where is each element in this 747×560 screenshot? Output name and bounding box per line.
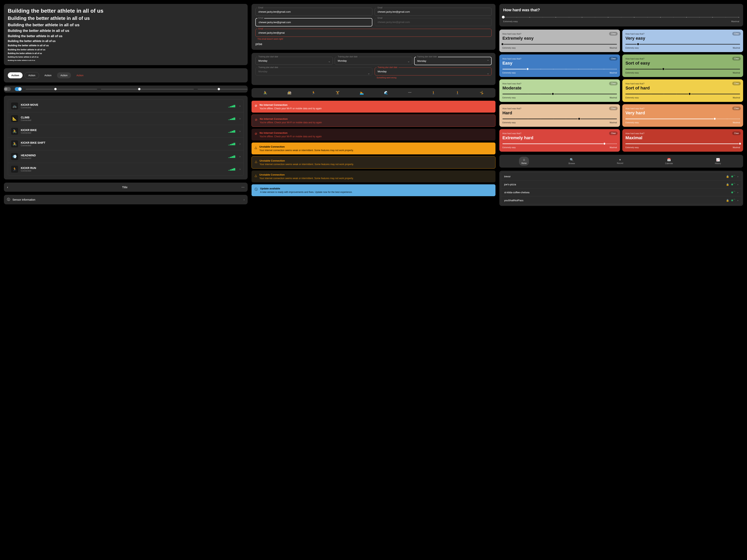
toggle-off[interactable] bbox=[4, 87, 11, 91]
slider-tick bbox=[676, 118, 677, 119]
sensor-info-row[interactable]: ⓘ Sensor information › bbox=[4, 195, 248, 204]
alert-body: Your internet connection seems weak or i… bbox=[259, 177, 354, 180]
device-name: KICKR RUN bbox=[21, 166, 226, 169]
wifi-row[interactable]: youShallNotPass 🔒 ◉⏜ › bbox=[501, 196, 741, 204]
action-button-outline[interactable]: Action bbox=[25, 72, 39, 79]
rpe-slider[interactable] bbox=[503, 69, 617, 70]
action-button-danger[interactable]: Action bbox=[73, 72, 87, 78]
rpe-slider[interactable] bbox=[625, 44, 740, 45]
home-icon: ⌂ bbox=[523, 158, 525, 161]
activity-icon[interactable]: 〰 bbox=[408, 91, 411, 95]
rpe-question: How hard was that? bbox=[625, 107, 740, 110]
slider-thumb[interactable] bbox=[551, 92, 554, 95]
rpe-slider[interactable] bbox=[625, 143, 740, 144]
wifi-name: joe's-pizza bbox=[504, 183, 724, 186]
activity-icon[interactable]: 🚶 bbox=[432, 91, 436, 95]
more-icon[interactable]: ⋯ bbox=[241, 185, 244, 189]
slider-thumb[interactable] bbox=[739, 142, 741, 145]
rpe-slider[interactable] bbox=[503, 118, 617, 119]
rpe-max-label: Maximal bbox=[733, 146, 740, 149]
toggle-on[interactable] bbox=[15, 87, 22, 91]
slider-tick bbox=[528, 94, 529, 94]
plan-select-open[interactable] bbox=[414, 57, 492, 65]
action-button-dark[interactable]: Action bbox=[57, 72, 71, 78]
heading-8: Building the better athlete in all of us bbox=[8, 48, 244, 51]
rpe-slider[interactable] bbox=[503, 143, 617, 144]
slider-thumb[interactable] bbox=[662, 68, 665, 71]
wifi-name: st-kilda-coffee-chelsea bbox=[504, 191, 729, 194]
slider-tick bbox=[553, 44, 553, 45]
tab-browse[interactable]: 🔍 Browse bbox=[566, 157, 577, 166]
wifi-row[interactable]: trevor 🔒 ◉⏜ › bbox=[501, 172, 741, 181]
rpe-slider[interactable] bbox=[625, 94, 740, 94]
rpe-level-card: Clear How hard was that? Extremely easy … bbox=[499, 30, 620, 52]
device-row[interactable]: 💨 HEADWIND Connected ▁▃▅▇ › bbox=[8, 150, 243, 163]
slider-thumb[interactable] bbox=[578, 117, 581, 120]
device-row[interactable]: 🚴 KICKR BIKE SHIFT Connected ▁▃▅▇ › bbox=[8, 138, 243, 150]
rpe-question: How hard was that? bbox=[503, 107, 617, 110]
email-input-default[interactable] bbox=[255, 8, 372, 16]
action-button-ghost[interactable]: Action bbox=[41, 72, 55, 78]
device-row[interactable]: 🚲 KICKR MOVE Connected ▁▃▅▇ › bbox=[8, 100, 243, 112]
rpe-slider[interactable] bbox=[625, 69, 740, 70]
email-input-disabled bbox=[375, 18, 492, 26]
alert-unstable-solid: △ Unstable ConnectionYour internet conne… bbox=[252, 142, 495, 154]
activity-icon[interactable]: 🌊 bbox=[384, 91, 388, 95]
wifi-row[interactable]: joe's-pizza 🔒 ◉⏜ › bbox=[501, 181, 741, 188]
slider-tick bbox=[515, 94, 516, 94]
chevron-right-icon: › bbox=[239, 142, 240, 145]
alert-body: A new version is ready with improvements… bbox=[260, 191, 352, 193]
slider-tick bbox=[591, 94, 592, 94]
email-input-alt[interactable] bbox=[375, 8, 492, 16]
slider-thumb[interactable] bbox=[688, 92, 691, 95]
email-input-focused[interactable] bbox=[255, 18, 372, 26]
tab-record[interactable]: ● Record bbox=[615, 157, 625, 166]
slider-thumb[interactable] bbox=[603, 142, 606, 145]
email-input-error[interactable] bbox=[255, 29, 491, 37]
slider-tick bbox=[528, 44, 529, 45]
back-icon[interactable]: ‹ bbox=[7, 186, 8, 189]
tab-history[interactable]: 📈 History bbox=[713, 157, 723, 166]
slider-thumb[interactable] bbox=[501, 43, 504, 46]
rpe-slider[interactable] bbox=[503, 94, 617, 94]
activity-icon[interactable]: 🏃 bbox=[311, 91, 315, 95]
activity-icon[interactable]: 🚵 bbox=[287, 91, 291, 95]
device-row[interactable]: 🏃 KICKR RUN Connected ▁▃▅▇ › bbox=[8, 163, 243, 176]
slider-tick bbox=[515, 44, 516, 45]
slider-small[interactable] bbox=[26, 89, 97, 89]
plan-select-default[interactable] bbox=[255, 57, 333, 65]
slider-tick bbox=[689, 69, 689, 70]
rpe-value: Easy bbox=[503, 61, 617, 66]
alert-title: No Internet Connection bbox=[259, 131, 321, 134]
wifi-icon: ◉⏜ bbox=[731, 175, 736, 178]
slider-medium[interactable] bbox=[101, 89, 194, 89]
action-button-primary[interactable]: Action bbox=[8, 72, 23, 78]
tab-calendar[interactable]: 📅 Calendar bbox=[663, 157, 675, 166]
slider-thumb[interactable] bbox=[502, 16, 505, 19]
rpe-level-card: Clear How hard was that? Extremely hard … bbox=[499, 129, 620, 152]
wifi-list-card: trevor 🔒 ◉⏜ › joe's-pizza 🔒 ◉⏜ › st-kild… bbox=[499, 171, 743, 206]
tab-home[interactable]: ⌂ Home bbox=[519, 157, 529, 166]
chevron-right-icon: › bbox=[738, 175, 738, 178]
rpe-slider[interactable] bbox=[503, 44, 617, 45]
activity-icon[interactable]: 🚴 bbox=[263, 91, 267, 95]
rpe-slider[interactable] bbox=[625, 118, 740, 119]
plan-select-alt[interactable] bbox=[335, 57, 412, 65]
activity-icon[interactable]: 🚶 bbox=[456, 91, 460, 95]
wifi-row[interactable]: st-kilda-coffee-chelsea ◉⏜ › bbox=[501, 188, 741, 196]
device-status: Connected bbox=[21, 169, 226, 172]
device-row[interactable]: 📐 CLIMB Connected ▁▃▅▇ › bbox=[8, 112, 243, 125]
device-row[interactable]: 🚴 KICKR BIKE Connected ▁▃▅▇ › bbox=[8, 125, 243, 138]
plan-select-error[interactable] bbox=[375, 68, 492, 76]
activity-icon[interactable]: 🤸 bbox=[480, 91, 484, 95]
slider-thumb[interactable] bbox=[526, 68, 529, 71]
rpe-slider[interactable] bbox=[503, 17, 739, 18]
activity-icon[interactable]: 🏋️ bbox=[336, 91, 340, 95]
slider-thumb[interactable] bbox=[713, 117, 716, 120]
activity-icon[interactable]: 🏊 bbox=[360, 91, 364, 95]
rpe-max-label: Maximal bbox=[610, 97, 617, 99]
tab-label: Calendar bbox=[665, 162, 673, 164]
slider-thumb[interactable] bbox=[637, 43, 639, 46]
slider-tick bbox=[553, 118, 553, 119]
slider-tick bbox=[739, 17, 739, 18]
